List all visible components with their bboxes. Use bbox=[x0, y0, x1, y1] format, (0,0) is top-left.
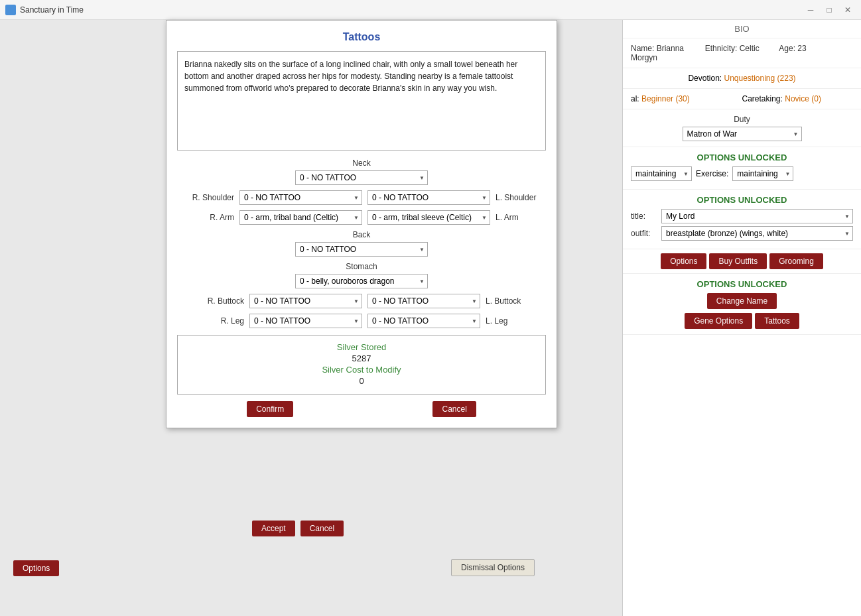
skills-row: al: Beginner (30) Caretaking: Novice (0) bbox=[623, 89, 861, 109]
dismissal-options-button[interactable]: Dismissal Options bbox=[451, 559, 535, 576]
l-arm-label: L. Arm bbox=[496, 213, 542, 222]
title-select-wrapper[interactable]: My Lord bbox=[661, 209, 853, 223]
modal-title: Tattoos bbox=[177, 31, 546, 43]
close-button[interactable]: ✕ bbox=[840, 3, 856, 17]
caretaking-label: Caretaking: bbox=[742, 94, 783, 103]
title-label: title: bbox=[631, 212, 657, 221]
bio-header: BIO bbox=[623, 20, 861, 38]
arm-row: R. Arm 0 - arm, tribal band (Celtic) 0 -… bbox=[177, 210, 546, 225]
cancel-button[interactable]: Cancel bbox=[300, 521, 344, 536]
outfit-row: outfit: breastplate (bronze) (wings, whi… bbox=[631, 226, 853, 241]
title-select[interactable]: My Lord bbox=[661, 209, 853, 223]
neck-select[interactable]: 0 - NO TATTOO bbox=[295, 170, 428, 185]
back-select-wrapper[interactable]: 0 - NO TATTOO bbox=[295, 242, 428, 257]
minimize-button[interactable]: ─ bbox=[803, 3, 819, 17]
l-buttock-label: L. Buttock bbox=[486, 296, 532, 306]
accept-cancel-row: Accept Cancel bbox=[252, 521, 344, 536]
r-arm-select-wrapper[interactable]: 0 - arm, tribal band (Celtic) bbox=[239, 210, 362, 225]
r-leg-select-wrapper[interactable]: 0 - NO TATTOO bbox=[249, 314, 362, 328]
silver-box: Silver Stored 5287 Silver Cost to Modify… bbox=[177, 335, 546, 395]
modal-cancel-button[interactable]: Cancel bbox=[432, 401, 476, 417]
duty-select-wrapper[interactable]: Matron of War Guard Servant bbox=[683, 127, 802, 141]
leg-row: R. Leg 0 - NO TATTOO 0 - NO TATTOO L. Le… bbox=[177, 314, 546, 328]
bio-age: Age: 23 bbox=[779, 44, 853, 62]
duty-section: Duty Matron of War Guard Servant bbox=[623, 109, 861, 147]
l-shoulder-select[interactable]: 0 - NO TATTOO bbox=[367, 190, 490, 205]
stomach-select-wrapper[interactable]: 0 - belly, ouroboros dragon bbox=[295, 274, 428, 288]
l-shoulder-label: L. Shoulder bbox=[496, 193, 542, 202]
description-box[interactable]: Brianna nakedly sits on the surface of a… bbox=[177, 51, 546, 151]
back-section-label: Back bbox=[177, 230, 546, 239]
title-bar: Sanctuary in Time ─ □ ✕ bbox=[0, 0, 861, 20]
buy-outfits-button[interactable]: Buy Outfits bbox=[709, 253, 767, 269]
back-select[interactable]: 0 - NO TATTOO bbox=[295, 242, 428, 257]
options-button[interactable]: Options bbox=[661, 253, 706, 269]
maintaining-select-wrapper[interactable]: maintaining bbox=[631, 166, 692, 181]
silver-stored-label: Silver Stored bbox=[188, 342, 535, 352]
options-unlocked-2: OPTIONS UNLOCKED title: My Lord outfit: … bbox=[623, 190, 861, 249]
exercise-label: Exercise: bbox=[696, 169, 728, 178]
l-buttock-select[interactable]: 0 - NO TATTOO bbox=[367, 294, 480, 308]
title-row: title: My Lord bbox=[631, 209, 853, 223]
accept-button[interactable]: Accept bbox=[252, 521, 295, 536]
gene-tattoo-row: Gene Options Tattoos bbox=[631, 313, 853, 329]
r-buttock-label: R. Buttock bbox=[191, 296, 244, 306]
app-title: Sanctuary in Time bbox=[20, 5, 803, 15]
r-arm-label: R. Arm bbox=[181, 213, 234, 222]
outfit-label: outfit: bbox=[631, 229, 657, 238]
bio-panel: BIO Name: Brianna Morgyn Ethnicity: Celt… bbox=[622, 20, 861, 616]
options-unlocked-3: OPTIONS UNLOCKED Change Name Gene Option… bbox=[623, 274, 861, 335]
gene-options-button[interactable]: Gene Options bbox=[685, 313, 752, 329]
duty-select[interactable]: Matron of War Guard Servant bbox=[683, 127, 802, 141]
r-leg-select[interactable]: 0 - NO TATTOO bbox=[249, 314, 362, 328]
tattoos-button[interactable]: Tattoos bbox=[755, 313, 799, 329]
ritual-skill: al: Beginner (30) bbox=[631, 94, 742, 103]
options-unlocked-title-3: OPTIONS UNLOCKED bbox=[631, 279, 853, 289]
r-shoulder-select-wrapper[interactable]: 0 - NO TATTOO bbox=[239, 190, 362, 205]
r-shoulder-select[interactable]: 0 - NO TATTOO bbox=[239, 190, 362, 205]
neck-select-wrapper[interactable]: 0 - NO TATTOO bbox=[295, 170, 428, 185]
r-leg-label: R. Leg bbox=[191, 316, 244, 326]
silver-amount: 5287 bbox=[188, 353, 535, 363]
silver-cost-value: 0 bbox=[188, 376, 535, 386]
devotion-label: Devotion: bbox=[688, 74, 722, 83]
r-arm-select[interactable]: 0 - arm, tribal band (Celtic) bbox=[239, 210, 362, 225]
r-shoulder-label: R. Shoulder bbox=[181, 193, 234, 202]
bio-name: Name: Brianna Morgyn bbox=[631, 44, 705, 62]
r-buttock-select-wrapper[interactable]: 0 - NO TATTOO bbox=[249, 294, 362, 308]
caretaking-value: Novice (0) bbox=[785, 94, 821, 103]
app-icon bbox=[5, 5, 16, 15]
l-buttock-select-wrapper[interactable]: 0 - NO TATTOO bbox=[367, 294, 480, 308]
l-leg-select[interactable]: 0 - NO TATTOO bbox=[367, 314, 480, 328]
bottom-options-button[interactable]: Options bbox=[13, 560, 59, 576]
stomach-select[interactable]: 0 - belly, ouroboros dragon bbox=[295, 274, 428, 288]
duty-label: Duty bbox=[631, 115, 853, 124]
maintaining-select[interactable]: maintaining bbox=[631, 166, 692, 181]
l-arm-select-wrapper[interactable]: 0 - arm, tribal sleeve (Celtic) bbox=[367, 210, 490, 225]
l-leg-label: L. Leg bbox=[486, 316, 532, 326]
r-buttock-select[interactable]: 0 - NO TATTOO bbox=[249, 294, 362, 308]
grooming-button[interactable]: Grooming bbox=[769, 253, 823, 269]
options-bottom: Options bbox=[13, 560, 59, 576]
confirm-button[interactable]: Confirm bbox=[247, 401, 293, 417]
outfit-select-wrapper[interactable]: breastplate (bronze) (wings, white) bbox=[661, 226, 853, 241]
silver-cost-label: Silver Cost to Modify bbox=[188, 365, 535, 375]
l-shoulder-select-wrapper[interactable]: 0 - NO TATTOO bbox=[367, 190, 490, 205]
buttock-row: R. Buttock 0 - NO TATTOO 0 - NO TATTOO L… bbox=[177, 294, 546, 308]
bio-name-row: Name: Brianna Morgyn Ethnicity: Celtic A… bbox=[623, 38, 861, 68]
l-arm-select[interactable]: 0 - arm, tribal sleeve (Celtic) bbox=[367, 210, 490, 225]
window-controls: ─ □ ✕ bbox=[803, 3, 856, 17]
shoulder-row: R. Shoulder 0 - NO TATTOO 0 - NO TATTOO … bbox=[177, 190, 546, 205]
options-unlocked-title-2: OPTIONS UNLOCKED bbox=[631, 195, 853, 205]
back-row: 0 - NO TATTOO bbox=[177, 242, 546, 257]
outfit-select[interactable]: breastplate (bronze) (wings, white) bbox=[661, 226, 853, 241]
ritual-label: al: bbox=[631, 94, 639, 103]
change-name-row: Change Name bbox=[631, 293, 853, 309]
exercise-select[interactable]: maintaining bbox=[732, 166, 793, 181]
svg-rect-0 bbox=[7, 6, 15, 14]
l-leg-select-wrapper[interactable]: 0 - NO TATTOO bbox=[367, 314, 480, 328]
change-name-button[interactable]: Change Name bbox=[707, 293, 777, 309]
maximize-button[interactable]: □ bbox=[821, 3, 837, 17]
options-unlocked-1: OPTIONS UNLOCKED maintaining Exercise: m… bbox=[623, 147, 861, 190]
exercise-select-wrapper[interactable]: maintaining bbox=[732, 166, 793, 181]
